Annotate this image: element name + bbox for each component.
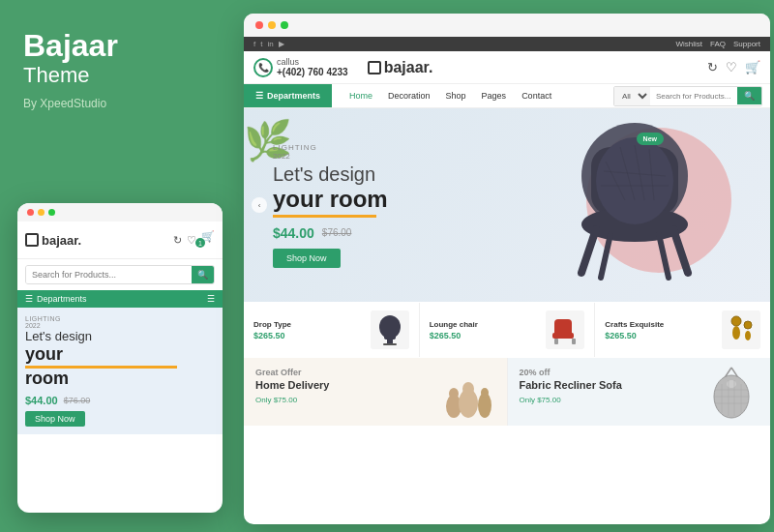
svg-point-35 [727, 380, 736, 388]
phone-icon: 📞 [253, 58, 273, 77]
mobile-hero-label: LIGHTING [25, 315, 215, 322]
mobile-search-button[interactable]: 🔍 [192, 266, 214, 283]
product-2-name: Lounge chair [430, 320, 539, 329]
desktop-mockup: f t in ▶ Wishlist FAQ Support 📞 callus +… [244, 14, 770, 524]
product-card-3-info: Crafts Exquisite $265.50 [605, 320, 714, 340]
mobile-hero-line1: Let's design [25, 329, 215, 344]
faq-link[interactable]: FAQ [710, 40, 726, 48]
product-2-image [546, 310, 584, 349]
svg-line-6 [659, 234, 669, 278]
mobile-search-input[interactable] [26, 266, 192, 283]
mobile-logo: bajaar. [25, 233, 81, 248]
svg-line-3 [581, 229, 596, 273]
brand-subtitle: Theme [23, 63, 217, 88]
desktop-header-icons: ↻ ♡ 🛒 [707, 60, 760, 74]
desktop-cart-icon[interactable]: 🛒 [745, 60, 760, 74]
desktop-wishlist-icon[interactable]: ♡ [726, 60, 737, 74]
product-1-image [371, 310, 409, 349]
vase-svg [434, 363, 502, 421]
product-2-price: $265.50 [430, 331, 539, 340]
svg-point-27 [449, 388, 459, 399]
logo-lock-icon [368, 61, 381, 74]
desktop-logo-text: bajaar. [384, 59, 433, 76]
menu-item-shop[interactable]: Shop [438, 84, 474, 107]
svg-rect-15 [384, 335, 396, 340]
svg-point-22 [731, 316, 741, 326]
product-card-3: Crafts Exquisite $265.50 [595, 303, 770, 357]
svg-point-23 [732, 326, 740, 340]
hero-year: 2022 [273, 152, 388, 161]
mobile-hero-year: 2022 [25, 322, 215, 329]
svg-rect-17 [383, 343, 397, 345]
hero-underline [273, 215, 376, 218]
desktop-logo: bajaar. [368, 59, 433, 76]
hero-label: LIGHTING [273, 143, 388, 152]
brand-by: By XpeedStudio [23, 97, 217, 110]
topbar-links: Wishlist FAQ Support [675, 40, 760, 48]
product-3-image [722, 310, 760, 349]
lounge-chair-svg [547, 311, 583, 348]
desktop-search-button[interactable]: 🔍 [737, 87, 761, 104]
mobile-header: bajaar. ↻ ♡ 🛒 1 [17, 222, 223, 259]
hero-shop-button[interactable]: Shop Now [273, 249, 341, 268]
departments-button[interactable]: ☰ Departments [244, 84, 332, 107]
product-card-2: Lounge chair $265.50 [420, 303, 595, 357]
twitter-icon[interactable]: t [260, 40, 262, 48]
mobile-price-new: $44.00 [25, 395, 58, 406]
product-3-name: Crafts Exquisite [605, 320, 714, 329]
support-link[interactable]: Support [733, 40, 760, 48]
hero-line2: your room [273, 186, 388, 213]
promo-banner-1: Great Offer Home Delivery Only $75.00 [244, 358, 507, 426]
search-category-select[interactable]: All [614, 87, 650, 105]
mobile-price-old: $76.00 [64, 396, 91, 405]
promo-banners-row: Great Offer Home Delivery Only $75.00 20… [244, 358, 770, 426]
cart-badge: 1 [195, 238, 205, 248]
product-1-name: Drop Type [253, 320, 363, 329]
desktop-dot-green [281, 21, 288, 29]
svg-rect-16 [387, 340, 393, 343]
product-3-price: $265.50 [605, 331, 714, 340]
svg-line-5 [601, 234, 610, 278]
desktop-menubar-row: ☰ Departments Home Decoration Shop Pages… [244, 84, 770, 108]
menu-item-decoration[interactable]: Decoration [380, 84, 438, 107]
mobile-hero-line3: room [25, 369, 215, 389]
svg-point-25 [745, 331, 751, 340]
mobile-search-bar: 🔍 [25, 265, 215, 284]
left-panel: Bajaar Theme By XpeedStudio bajaar. ↻ ♡ … [0, 0, 240, 532]
desktop-refresh-icon[interactable]: ↻ [707, 60, 718, 74]
mobile-header-icons: ↻ ♡ 🛒 1 [173, 226, 215, 253]
menu-item-pages[interactable]: Pages [474, 84, 515, 107]
lock-icon [25, 233, 39, 247]
menu-icon: ☰ [25, 294, 33, 304]
swing-chair-svg [698, 363, 765, 421]
mobile-hero: LIGHTING 2022 Let's design your room $44… [17, 308, 223, 434]
mobile-shop-button[interactable]: Shop Now [25, 411, 85, 427]
menu-item-contact[interactable]: Contact [514, 84, 559, 107]
mobile-departments-bar[interactable]: ☰ Departments ☰ [17, 290, 223, 308]
drop-type-chair-svg [372, 311, 408, 348]
dot-red [27, 209, 34, 216]
desktop-dot-red [255, 21, 263, 29]
menu-item-home[interactable]: Home [342, 84, 380, 107]
refresh-icon[interactable]: ↻ [173, 234, 182, 247]
hamburger-icon: ☰ [255, 91, 263, 101]
svg-line-4 [673, 229, 688, 273]
callus-text: callus [277, 57, 348, 67]
mobile-departments-label: Departments [37, 294, 87, 304]
svg-rect-19 [552, 333, 574, 339]
phone-number: +(402) 760 4233 [277, 67, 348, 77]
wishlist-link[interactable]: Wishlist [675, 40, 702, 48]
departments-label: Departments [267, 91, 320, 101]
hamburger-icon: ☰ [207, 294, 215, 304]
svg-point-24 [744, 321, 752, 329]
svg-rect-20 [554, 339, 558, 344]
hero-image-area: New [499, 108, 770, 302]
promo-2-image [698, 363, 765, 421]
desktop-search-input[interactable] [650, 88, 737, 104]
hero-content: LIGHTING 2022 Let's design your room $44… [244, 124, 407, 287]
social-icons: f t in ▶ [253, 40, 284, 48]
facebook-icon[interactable]: f [253, 40, 255, 48]
youtube-icon[interactable]: ▶ [279, 40, 284, 48]
linkedin-icon[interactable]: in [267, 40, 273, 48]
mobile-mockup: bajaar. ↻ ♡ 🛒 1 🔍 ☰ Departments ☰ [17, 203, 223, 513]
